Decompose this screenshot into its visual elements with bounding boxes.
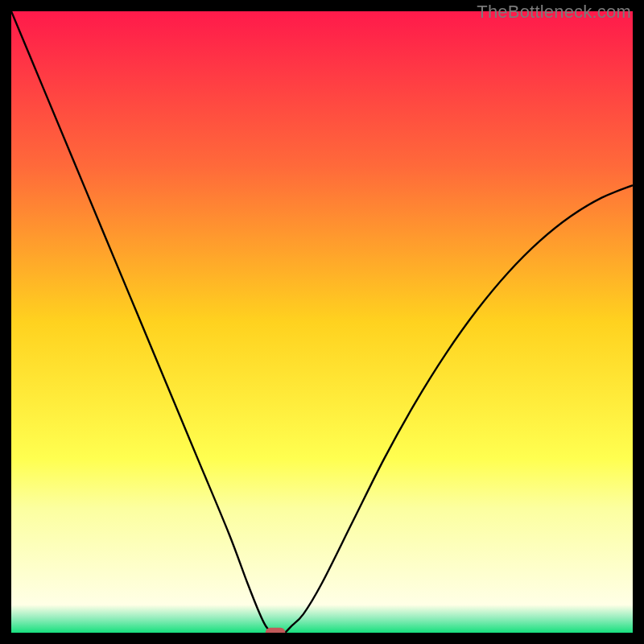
bottleneck-chart <box>11 11 633 633</box>
chart-background <box>11 11 633 633</box>
watermark-text: TheBottleneck.com <box>477 2 631 23</box>
chart-frame <box>11 11 633 633</box>
optimal-marker <box>266 628 286 633</box>
